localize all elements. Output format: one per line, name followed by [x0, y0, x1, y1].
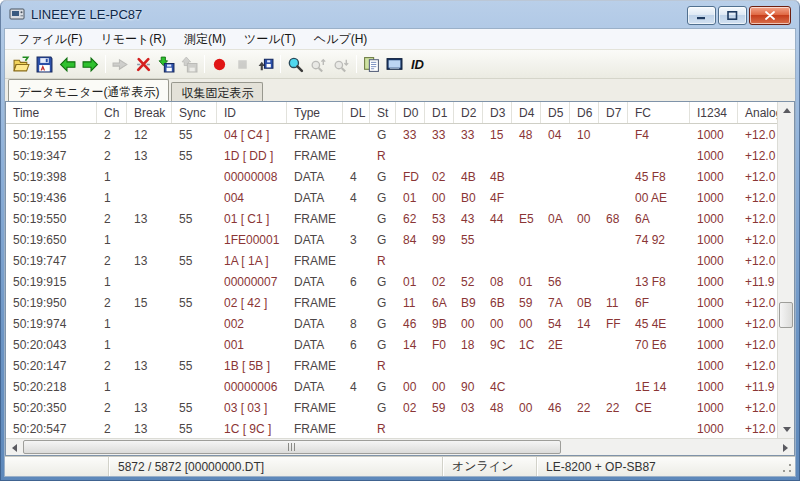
table-row[interactable]: 50:20:547213551C [ 9C ]FRAMER1000+12.0 — [6, 418, 777, 438]
copy-icon[interactable] — [360, 53, 383, 75]
cell-ch: 2 — [97, 208, 127, 229]
cell-analog: +11.9 — [738, 376, 777, 397]
menu-item-help[interactable]: ヘルプ(H) — [305, 28, 377, 51]
table-row[interactable]: 50:19:398100000008DATA4GFD024B4B45 F8100… — [6, 166, 777, 187]
maximize-button[interactable] — [718, 6, 747, 25]
col-header-ch[interactable]: Ch — [97, 102, 127, 123]
menu-item-measure[interactable]: 測定(M) — [175, 28, 235, 51]
search-icon[interactable] — [284, 53, 307, 75]
cell-d1 — [425, 355, 454, 376]
window-title: LINEEYE LE-PC87 — [31, 7, 142, 22]
cell-analog: +12.0 — [738, 334, 777, 355]
scroll-up-button[interactable] — [778, 102, 795, 119]
horizontal-scroll-thumb[interactable] — [23, 440, 561, 454]
col-header-d4[interactable]: D4 — [512, 102, 541, 123]
cell-type: FRAME — [287, 124, 343, 145]
cell-analog: +12.0 — [738, 187, 777, 208]
table-row[interactable]: 50:19:5502135501 [ C1 ]FRAMEG62534344E50… — [6, 208, 777, 229]
col-header-d1[interactable]: D1 — [425, 102, 454, 123]
save-file-icon[interactable] — [33, 53, 56, 75]
cell-dl — [343, 355, 370, 376]
table-row[interactable]: 50:19:347213551D [ DD ]FRAMER1000+12.0 — [6, 145, 777, 166]
col-header-analog[interactable]: Analog — [738, 102, 777, 123]
cell-i1234: 1000 — [690, 376, 738, 397]
table-row[interactable]: 50:20:0431001DATA6G14F0189C1C2E70 E61000… — [6, 334, 777, 355]
cell-sync — [172, 166, 217, 187]
cell-d4: E5 — [512, 208, 541, 229]
col-header-d0[interactable]: D0 — [396, 102, 425, 123]
cell-st: R — [370, 355, 396, 376]
title-bar[interactable]: LINEEYE LE-PC87 — [0, 0, 800, 28]
search-up-icon[interactable] — [307, 53, 330, 75]
menu-item-tools[interactable]: ツール(T) — [235, 28, 305, 51]
table-row[interactable]: 50:19:4361004DATA4G0100B04F00 AE1000+12.… — [6, 187, 777, 208]
cell-ch: 2 — [97, 292, 127, 313]
col-header-sync[interactable]: Sync — [172, 102, 217, 123]
vertical-scrollbar[interactable] — [777, 102, 794, 438]
menu-item-remote[interactable]: リモート(R) — [91, 28, 175, 51]
col-header-dl[interactable]: DL — [343, 102, 370, 123]
cell-i1234: 1000 — [690, 145, 738, 166]
cell-type: DATA — [287, 313, 343, 334]
cell-d4 — [512, 250, 541, 271]
col-header-d3[interactable]: D3 — [483, 102, 512, 123]
minimize-button[interactable] — [687, 6, 716, 25]
menu-item-file[interactable]: ファイル(F) — [9, 28, 91, 51]
scroll-down-button[interactable] — [778, 421, 795, 438]
cell-break: 13 — [127, 208, 172, 229]
col-header-break[interactable]: Break — [127, 102, 172, 123]
disconnect-icon[interactable] — [132, 53, 155, 75]
scroll-right-button[interactable] — [777, 439, 794, 456]
table-row[interactable]: 50:19:915100000007DATA6G01025208015613 F… — [6, 271, 777, 292]
col-header-type[interactable]: Type — [287, 102, 343, 123]
table-row[interactable]: 50:19:65011FE00001DATA3G84995574 921000+… — [6, 229, 777, 250]
cell-d5: 54 — [541, 313, 570, 334]
table-row[interactable]: 50:20:147213551B [ 5B ]FRAMER1000+12.0 — [6, 355, 777, 376]
back-icon[interactable] — [56, 53, 79, 75]
resize-grip[interactable] — [781, 462, 793, 474]
table-row[interactable]: 50:19:1552125504 [ C4 ]FRAMEG33333315480… — [6, 124, 777, 145]
table-row[interactable]: 50:19:9502155502 [ 42 ]FRAMEG116AB96B597… — [6, 292, 777, 313]
cell-i1234: 1000 — [690, 208, 738, 229]
connect-icon[interactable] — [109, 53, 132, 75]
close-button[interactable] — [749, 6, 791, 25]
auto-save-icon[interactable] — [254, 53, 277, 75]
cell-fc: 74 92 — [628, 229, 690, 250]
table-row[interactable]: 50:20:218100000006DATA4G0000904C1E 14100… — [6, 376, 777, 397]
cell-d7: FF — [599, 313, 628, 334]
col-header-d6[interactable]: D6 — [570, 102, 599, 123]
col-header-d5[interactable]: D5 — [541, 102, 570, 123]
cell-sync — [172, 229, 217, 250]
table-row[interactable]: 50:20:3502135503 [ 03 ]FRAMEG02590348004… — [6, 397, 777, 418]
record-icon[interactable] — [208, 53, 231, 75]
cell-analog: +12.0 — [738, 397, 777, 418]
display-icon[interactable] — [383, 53, 406, 75]
tab-fixed-display[interactable]: 収集固定表示 — [171, 82, 263, 101]
col-header-fc[interactable]: FC — [628, 102, 690, 123]
cell-d2: 90 — [454, 376, 483, 397]
cell-dl: 4 — [343, 166, 370, 187]
table-row[interactable]: 50:19:9741002DATA8G469B0000005414FF45 4E… — [6, 313, 777, 334]
horizontal-scrollbar[interactable] — [6, 438, 794, 455]
cell-d6: 0B — [570, 292, 599, 313]
col-header-d2[interactable]: D2 — [454, 102, 483, 123]
cell-break — [127, 229, 172, 250]
arrow-up-icon — [783, 108, 791, 113]
search-down-icon[interactable] — [330, 53, 353, 75]
forward-icon[interactable] — [79, 53, 102, 75]
col-header-i1234[interactable]: I1234 — [690, 102, 738, 123]
receive-save-icon[interactable] — [155, 53, 178, 75]
cell-break — [127, 334, 172, 355]
col-header-id[interactable]: ID — [217, 102, 287, 123]
open-file-icon[interactable] — [10, 53, 33, 75]
col-header-d7[interactable]: D7 — [599, 102, 628, 123]
col-header-st[interactable]: St — [370, 102, 396, 123]
stop-icon[interactable] — [231, 53, 254, 75]
col-header-time[interactable]: Time — [6, 102, 97, 123]
vertical-scroll-thumb[interactable] — [779, 302, 793, 328]
send-save-icon[interactable] — [178, 53, 201, 75]
table-row[interactable]: 50:19:747213551A [ 1A ]FRAMER1000+12.0 — [6, 250, 777, 271]
scroll-left-button[interactable] — [6, 439, 23, 456]
id-filter-button[interactable]: ID — [406, 53, 429, 75]
tab-data-monitor[interactable]: データモニター(通常表示) — [8, 79, 169, 101]
